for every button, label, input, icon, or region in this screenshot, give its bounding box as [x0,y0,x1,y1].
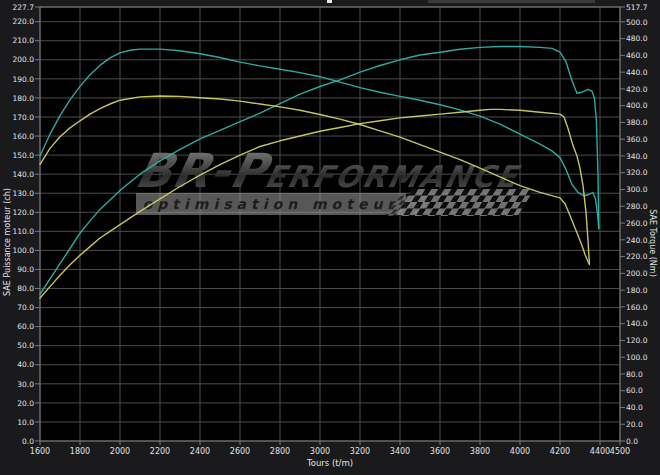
curve-power-yellow [40,109,589,298]
curve-power-cyan [40,47,599,295]
curve-torque-yellow [40,96,589,265]
dyno-chart-screen: 227.7220.0210.0200.0190.0180.0170.0160.0… [0,0,660,475]
curve-torque-cyan [40,49,599,229]
window-top-dot [327,0,332,3]
chart-curves-layer [0,0,660,475]
window-top-remnant [428,0,595,3]
